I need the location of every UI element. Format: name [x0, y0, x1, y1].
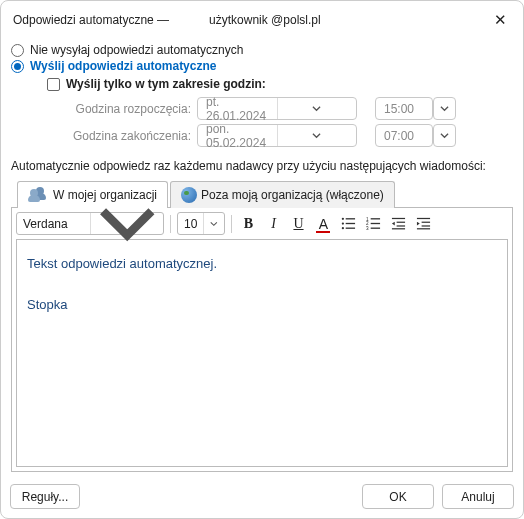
svg-rect-19 [417, 228, 430, 229]
bullet-list-button[interactable] [338, 213, 359, 234]
radio-dont-send[interactable]: Nie wysyłaj odpowiedzi automatycznych [11, 43, 513, 57]
separator [231, 215, 232, 233]
end-time-dropdown[interactable] [433, 124, 456, 147]
svg-rect-3 [346, 223, 355, 224]
svg-rect-16 [417, 218, 430, 219]
radio-icon [11, 44, 24, 57]
svg-rect-15 [392, 228, 405, 229]
svg-point-4 [342, 227, 344, 229]
svg-rect-1 [346, 218, 355, 219]
rules-button[interactable]: Reguły... [10, 484, 80, 509]
svg-point-0 [342, 218, 344, 220]
start-time-value: 15:00 [376, 102, 432, 116]
svg-rect-14 [397, 225, 405, 226]
end-date-value: pon. 05.02.2024 [198, 122, 277, 150]
svg-rect-7 [371, 218, 380, 219]
svg-point-2 [342, 222, 344, 224]
start-date-select[interactable]: pt. 26.01.2024 [197, 97, 357, 120]
end-date-select[interactable]: pon. 05.02.2024 [197, 124, 357, 147]
radio-dont-send-label: Nie wysyłaj odpowiedzi automatycznych [30, 43, 243, 57]
number-list-button[interactable]: 123 [363, 213, 384, 234]
start-time-value-box[interactable]: 15:00 [375, 97, 433, 120]
tab-inside-org[interactable]: W mojej organizacji [17, 181, 168, 208]
bold-button[interactable]: B [238, 213, 259, 234]
font-family-value: Verdana [17, 217, 90, 231]
svg-rect-5 [346, 228, 355, 229]
tabs: W mojej organizacji Poza moją organizacj… [17, 181, 513, 208]
tab-outside-label: Poza moją organizacją (włączone) [201, 188, 384, 202]
description: Automatycznie odpowiedz raz każdemu nada… [11, 159, 513, 173]
time-range-label: Wyślij tylko w tym zakresie godzin: [66, 77, 266, 91]
radio-send-label: Wyślij odpowiedzi automatyczne [30, 59, 216, 73]
globe-icon [181, 187, 197, 203]
radio-icon [11, 60, 24, 73]
start-time-dropdown[interactable] [433, 97, 456, 120]
close-icon[interactable]: ✕ [490, 11, 511, 29]
time-range-checkbox[interactable]: Wyślij tylko w tym zakresie godzin: [47, 77, 513, 91]
font-size-value: 10 [178, 217, 203, 231]
underline-button[interactable]: U [288, 213, 309, 234]
editor-line-2: Stopka [27, 297, 497, 312]
svg-rect-12 [392, 218, 405, 219]
ok-button[interactable]: OK [362, 484, 434, 509]
svg-rect-13 [397, 222, 405, 223]
font-size-select[interactable]: 10 [177, 212, 225, 235]
font-color-button[interactable]: A [313, 213, 334, 234]
window-title-prefix: Odpowiedzi automatyczne — [13, 13, 169, 27]
editor-panel: Verdana 10 B I U A 123 [11, 207, 513, 472]
message-editor[interactable]: Tekst odpowiedzi automatycznej. Stopka [16, 239, 508, 467]
chevron-down-icon [277, 125, 357, 146]
chevron-down-icon [277, 98, 357, 119]
outdent-button[interactable] [388, 213, 409, 234]
svg-text:3: 3 [366, 226, 369, 231]
end-time-value: 07:00 [376, 129, 432, 143]
titlebar: Odpowiedzi automatyczne — użytkownik @po… [1, 1, 523, 35]
tab-inside-label: W mojej organizacji [53, 188, 157, 202]
radio-send[interactable]: Wyślij odpowiedzi automatyczne [11, 59, 513, 73]
chevron-down-icon [203, 213, 224, 234]
start-date-value: pt. 26.01.2024 [198, 95, 277, 123]
svg-rect-9 [371, 223, 380, 224]
cancel-button[interactable]: Anuluj [442, 484, 514, 509]
tab-outside-org[interactable]: Poza moją organizacją (włączone) [170, 181, 395, 208]
checkbox-icon [47, 78, 60, 91]
end-time-label: Godzina zakończenia: [47, 129, 197, 143]
font-family-select[interactable]: Verdana [16, 212, 164, 235]
start-time-label: Godzina rozpoczęcia: [47, 102, 197, 116]
people-icon [28, 187, 49, 203]
end-time-value-box[interactable]: 07:00 [375, 124, 433, 147]
chevron-down-icon [90, 213, 164, 234]
indent-button[interactable] [413, 213, 434, 234]
window-title-user: użytkownik @polsl.pl [209, 13, 321, 27]
separator [170, 215, 171, 233]
svg-rect-18 [422, 225, 430, 226]
svg-rect-17 [422, 222, 430, 223]
italic-button[interactable]: I [263, 213, 284, 234]
editor-line-1: Tekst odpowiedzi automatycznej. [27, 256, 497, 271]
svg-rect-11 [371, 228, 380, 229]
toolbar: Verdana 10 B I U A 123 [16, 212, 508, 235]
